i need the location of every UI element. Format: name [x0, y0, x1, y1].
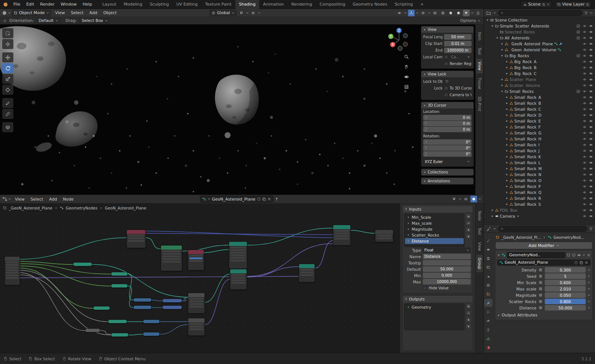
seed-field[interactable]: 5 — [545, 273, 586, 279]
input-item-max-scale[interactable]: Max_scale — [405, 220, 464, 226]
viewport-menu-select[interactable]: Select — [68, 9, 86, 17]
cam-toggle-icon[interactable] — [589, 208, 593, 212]
collapsed-node[interactable] — [162, 305, 182, 309]
close-icon[interactable] — [467, 55, 470, 58]
viewport-menu-view[interactable]: View — [52, 9, 68, 17]
animate-dot-button[interactable] — [587, 274, 591, 278]
eye-toggle-icon[interactable] — [583, 101, 586, 105]
ne-overlay-toggle[interactable] — [463, 196, 469, 202]
workspace-tab-shading[interactable]: Shading — [235, 0, 260, 9]
cam-toggle-icon[interactable] — [589, 196, 593, 200]
outliner-row-big-rocks[interactable]: Big_Rocks — [484, 53, 595, 59]
move-output-down-button[interactable] — [466, 324, 471, 329]
eye-toggle-icon[interactable] — [583, 161, 586, 165]
cam-toggle-icon[interactable] — [589, 101, 593, 105]
cam-toggle-icon[interactable] — [589, 185, 593, 188]
chevron-down-icon[interactable] — [246, 12, 249, 14]
distance-field[interactable]: 50.000 — [545, 305, 586, 311]
density-field[interactable]: 0.300 — [545, 267, 586, 273]
node[interactable] — [229, 241, 247, 269]
collapse-icon[interactable] — [491, 215, 494, 218]
close-icon[interactable] — [547, 3, 550, 6]
collapse-icon[interactable] — [491, 209, 494, 212]
viewport-menu-add[interactable]: Add — [86, 9, 100, 17]
cam-toggle-icon[interactable] — [589, 202, 593, 206]
collapsed-node[interactable] — [73, 262, 92, 266]
cam-toggle-icon[interactable] — [589, 60, 593, 64]
magnitude-field[interactable]: 0.050 — [545, 292, 586, 298]
outliner-row-small-rock-c[interactable]: Small_Rock_C — [484, 106, 595, 112]
collapse-icon[interactable] — [505, 102, 508, 105]
tool-rotate[interactable] — [2, 63, 13, 73]
chevron-down-icon[interactable] — [493, 227, 496, 230]
pause-button[interactable]: || — [475, 10, 482, 16]
eye-toggle-icon[interactable] — [583, 78, 586, 81]
chevron-down-icon[interactable] — [590, 12, 593, 14]
grid-icon[interactable] — [404, 84, 409, 90]
cam-toggle-icon[interactable] — [589, 48, 593, 52]
node-menu-view[interactable]: View — [12, 195, 28, 204]
input-item-distance[interactable]: Distance — [405, 238, 464, 244]
node[interactable] — [188, 293, 205, 313]
sidebar-tab-view[interactable]: View — [476, 59, 483, 74]
cam-toggle-icon[interactable] — [589, 131, 593, 135]
collapsed-node[interactable] — [111, 272, 128, 276]
panel-annotations-header[interactable]: Annotations — [421, 178, 473, 184]
eye-toggle-icon[interactable] — [583, 196, 586, 200]
collapse-icon[interactable] — [505, 191, 508, 194]
copy-icon[interactable] — [542, 3, 545, 6]
collapse-icon[interactable] — [505, 120, 508, 123]
attribute-toggle-icon[interactable] — [538, 280, 543, 285]
attribute-toggle-icon[interactable] — [538, 299, 543, 304]
outliner-row-small-rock-n[interactable]: Small_Rock_N — [484, 172, 595, 178]
eye-toggle-icon[interactable] — [583, 167, 586, 170]
outliner-row-small-rock-d[interactable]: Small_Rock_D — [484, 112, 595, 118]
outliner-row-small-rock-j[interactable]: Small_Rock_J — [484, 148, 595, 154]
collapse-icon[interactable] — [505, 155, 508, 158]
collapse-icon[interactable] — [505, 96, 508, 99]
tool-add-cube[interactable] — [2, 122, 13, 132]
outliner-row-small-rock-m[interactable]: Small_Rock_M — [484, 166, 595, 172]
collapse-icon[interactable] — [505, 108, 508, 111]
remove-output-button[interactable] — [466, 310, 471, 316]
shield-icon[interactable] — [257, 197, 261, 201]
type-dropdown[interactable]: Float — [423, 247, 471, 253]
cam-toggle-icon[interactable] — [589, 167, 593, 170]
shading-solid-button[interactable] — [447, 10, 454, 16]
options-dropdown[interactable]: Options — [460, 18, 480, 23]
orientation-setting-dropdown[interactable]: Default — [36, 18, 61, 24]
collapse-icon[interactable] — [505, 197, 508, 200]
camera-to-view-checkbox[interactable] — [444, 93, 448, 97]
max-scale-field[interactable]: 2.010 — [545, 286, 586, 292]
chevron-down-icon[interactable] — [8, 12, 11, 14]
collapse-icon[interactable] — [505, 72, 508, 75]
collapse-icon[interactable] — [505, 185, 508, 188]
snap-toggle[interactable] — [238, 10, 245, 16]
zoom-icon[interactable] — [404, 54, 409, 59]
add-workspace-button[interactable]: + — [416, 0, 427, 9]
filter-icon[interactable] — [589, 227, 593, 231]
chk-toggle-icon[interactable] — [576, 30, 580, 34]
expand-icon[interactable] — [501, 90, 504, 93]
eye-toggle-icon[interactable] — [583, 90, 586, 93]
outliner-row-fog-box[interactable]: FOG_Box — [484, 207, 595, 213]
tool-annotate[interactable] — [2, 98, 13, 108]
eye-toggle-icon[interactable] — [583, 149, 586, 153]
animate-dot-button[interactable] — [587, 281, 591, 284]
pin-icon[interactable] — [275, 197, 279, 201]
chk-toggle-icon[interactable] — [576, 36, 580, 40]
add-modifier-button[interactable]: Add Modifier — [496, 242, 592, 249]
outliner-row-small-rock-b[interactable]: Small_Rock_B — [484, 100, 595, 106]
node-sidebar-tab-view[interactable]: View — [476, 239, 483, 254]
outliner-row-small-rock-i[interactable]: Small_Rock_I — [484, 142, 595, 148]
eye-toggle-icon[interactable] — [583, 131, 586, 135]
cam-toggle-icon[interactable] — [589, 179, 593, 182]
tool-scale[interactable] — [2, 74, 13, 84]
cam-toggle-icon[interactable] — [589, 143, 593, 147]
collapse-icon[interactable] — [505, 137, 508, 140]
eye-toggle-icon[interactable] — [583, 95, 586, 99]
default-field[interactable]: 50.000 — [423, 266, 471, 272]
collapsed-node[interactable] — [93, 306, 110, 310]
camera-view-icon[interactable] — [404, 74, 409, 79]
gizmos-toggle[interactable] — [408, 10, 415, 16]
